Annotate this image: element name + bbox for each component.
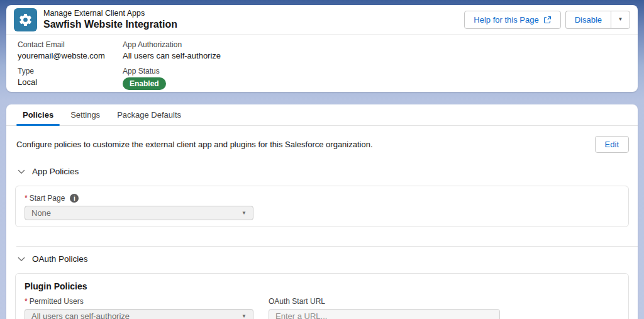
field-app-status: App Status Enabled <box>123 67 626 90</box>
app-policies-box: * Start Page i None ▼ <box>15 186 629 227</box>
required-asterisk: * <box>25 297 28 306</box>
app-header: Manage External Client Apps Sawfish Webs… <box>6 5 638 35</box>
field-contact-email: Contact Email youremail@webste.com <box>18 40 123 60</box>
chevron-down-icon <box>18 169 25 174</box>
breadcrumb: Manage External Client Apps <box>43 9 177 18</box>
plugin-policies-heading: Plugin Policies <box>25 281 619 291</box>
field-label: Type <box>18 67 123 76</box>
tab-policies[interactable]: Policies <box>23 104 53 125</box>
start-page-label-row: * Start Page i <box>25 194 619 203</box>
header-text: Manage External Client Apps Sawfish Webs… <box>43 9 177 30</box>
oauth-start-url-field: OAuth Start URL <box>269 297 500 319</box>
tab-bar: Policies Settings Package Defaults <box>6 104 638 126</box>
oauth-policies-heading: OAuth Policies <box>32 254 88 264</box>
field-label: App Authorization <box>123 40 626 49</box>
disable-dropdown-button[interactable]: ▼ <box>611 11 630 29</box>
dropdown-arrow-icon: ▼ <box>242 314 247 319</box>
policies-description-row: Configure policies to customize the exte… <box>6 126 638 153</box>
status-badge: Enabled <box>123 77 166 90</box>
app-details-grid: Contact Email youremail@webste.com App A… <box>6 35 638 90</box>
permitted-users-field: * Permitted Users All users can self-aut… <box>25 297 253 319</box>
dropdown-arrow-icon: ▼ <box>618 17 623 22</box>
tab-package-defaults[interactable]: Package Defaults <box>117 104 181 125</box>
field-value: All users can self-authorize <box>123 51 626 60</box>
oauth-policies-section-header[interactable]: OAuth Policies <box>18 254 638 264</box>
app-policies-section-header[interactable]: App Policies <box>18 167 638 176</box>
section-divider <box>16 246 638 247</box>
field-app-authorization: App Authorization All users can self-aut… <box>123 40 626 60</box>
chevron-down-icon <box>18 257 25 262</box>
start-page-select[interactable]: None ▼ <box>25 206 253 220</box>
start-page-label: Start Page <box>30 194 65 203</box>
app-summary-card: Manage External Client Apps Sawfish Webs… <box>6 5 638 92</box>
field-value: youremail@webste.com <box>18 51 123 60</box>
app-policies-heading: App Policies <box>32 167 79 176</box>
info-icon[interactable]: i <box>70 194 79 203</box>
field-label: App Status <box>123 67 626 76</box>
policies-card: Policies Settings Package Defaults Confi… <box>6 104 638 319</box>
external-link-icon <box>543 16 552 24</box>
help-button-label: Help for this Page <box>474 15 538 25</box>
header-actions: Help for this Page Disable ▼ <box>464 11 630 29</box>
tab-settings[interactable]: Settings <box>70 104 100 125</box>
help-for-this-page-button[interactable]: Help for this Page <box>464 11 560 29</box>
field-type: Type Local <box>18 67 123 90</box>
disable-button[interactable]: Disable <box>565 11 611 29</box>
plugin-policies-form-row: * Permitted Users All users can self-aut… <box>25 297 619 319</box>
permitted-users-label-row: * Permitted Users <box>25 297 253 306</box>
field-label: Contact Email <box>18 40 123 49</box>
oauth-start-url-label: OAuth Start URL <box>269 297 500 306</box>
page-background: Manage External Client Apps Sawfish Webs… <box>0 0 644 319</box>
dropdown-arrow-icon: ▼ <box>242 211 247 216</box>
permitted-users-label: Permitted Users <box>30 297 84 306</box>
permitted-users-selected-value: All users can self-authorize <box>31 311 130 319</box>
required-asterisk: * <box>25 194 28 203</box>
plugin-policies-box: Plugin Policies * Permitted Users All us… <box>15 273 629 319</box>
start-page-selected-value: None <box>31 208 51 218</box>
policies-description: Configure policies to customize the exte… <box>16 140 373 149</box>
page-title: Sawfish Website Integration <box>43 18 177 30</box>
permitted-users-select[interactable]: All users can self-authorize ▼ <box>25 309 253 319</box>
edit-button[interactable]: Edit <box>595 136 629 153</box>
disable-split-button: Disable ▼ <box>565 11 630 29</box>
setup-gear-icon <box>14 8 37 31</box>
field-value: Local <box>18 77 123 87</box>
oauth-start-url-input[interactable] <box>269 309 500 319</box>
